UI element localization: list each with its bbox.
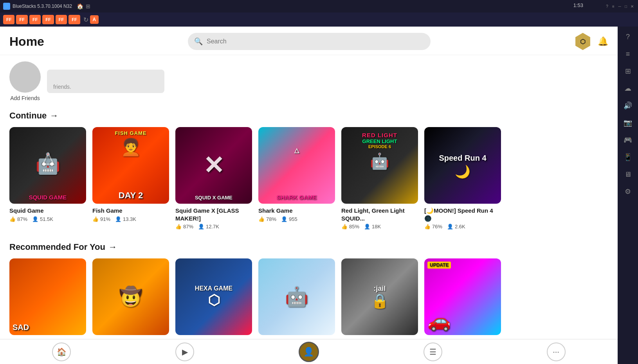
sidebar-camera[interactable]: 📷 [621,116,635,130]
game-thumb-squidx: ✕ SQUID X GAME [175,127,252,204]
home-tab-icon[interactable]: 🏠 [77,3,83,9]
hexagon-button[interactable]: ⬡ [574,33,591,50]
game-stats-fish: 👍 91% 👤 13.3K [92,216,169,222]
help-button[interactable]: ? [604,4,610,9]
game-thumb-car: UPDATE 🚗 [424,258,501,335]
bottom-nav: 🏠 ▶ 👤 ☰ ··· [0,339,618,364]
sidebar-settings[interactable]: ⚙ [621,185,635,199]
sidebar-gamepad[interactable]: 🎮 [621,133,635,147]
tab-ff-1[interactable]: FF [3,15,14,24]
game-thumb-adventure: 🤠 [92,258,169,335]
game-thumb-speedrun: Speed Run 4 🌙 [424,127,501,204]
tab-ff-6[interactable]: FF [68,15,80,24]
friends-input-text: friends. [53,84,71,90]
nav-home[interactable]: 🏠 [52,342,71,361]
game-title-squidx: Squid Game X [GLASS MAKER!] [175,207,252,222]
sidebar-cloud[interactable]: ☁ [621,81,635,95]
nav-more[interactable]: ··· [547,342,566,361]
tab-a[interactable]: A [90,15,99,24]
header-actions: ⬡ 🔔 [574,33,608,50]
game-thumb-jail: :jail 🔒 [341,258,418,335]
recommended-label: Recommended For You [9,242,105,252]
game-card-speedrun[interactable]: Speed Run 4 🌙 [🌙MOON!] Speed Run 4 🌑 👍 7… [424,127,501,230]
game-thumb-sky: 🤖 [258,258,335,335]
avatar [9,61,41,93]
game-card-jail[interactable]: :jail 🔒 [341,258,418,335]
stat-rating-squidx: 👍 87% [175,224,193,230]
nav-play[interactable]: ▶ [175,342,194,361]
maximize-button[interactable]: □ [623,4,629,9]
search-input[interactable] [207,38,424,45]
refresh-icon[interactable]: ↻ [83,16,88,23]
game-stats-squid: 👍 87% 👤 51.5K [9,216,86,222]
recommended-heading[interactable]: Recommended For You → [9,242,608,252]
game-title-fish: Fish Game [92,207,169,215]
page-title: Home [9,34,44,49]
game-stats-redlight: 👍 85% 👤 18K [341,224,418,230]
continue-arrow: → [50,111,58,121]
sidebar-multiinstance[interactable]: ⊞ [621,64,635,78]
search-bar[interactable]: 🔍 [188,33,431,50]
title-bar: B BlueStacks 5.3.70.1004 N32 🏠 ⊞ 1:53 ? … [0,0,638,13]
multi-instance-icon[interactable]: ⊞ [86,3,90,9]
game-stats-speedrun: 👍 76% 👤 2.6K [424,224,501,230]
game-title-squid: Squid Game [9,207,86,215]
stat-players-squid: 👤 51.5K [32,216,53,222]
close-button[interactable]: ✕ [629,4,635,9]
game-card-squidx[interactable]: ✕ SQUID X GAME Squid Game X [GLASS MAKER… [175,127,252,230]
game-title-shark: Shark Game [258,207,335,215]
game-thumb-fish: FISH GAME 🧑‍🦱 DAY 2 [92,127,169,204]
game-card-fish[interactable]: FISH GAME 🧑‍🦱 DAY 2 Fish Game 👍 91% 👤 13… [92,127,169,230]
game-card-sky[interactable]: 🤖 [258,258,335,335]
sidebar-sound[interactable]: 🔊 [621,99,635,113]
nav-list[interactable]: ☰ [424,342,442,361]
continue-label: Continue [9,111,47,121]
title-bar-left: B BlueStacks 5.3.70.1004 N32 🏠 ⊞ [3,3,90,10]
game-card-redlight[interactable]: RED LIGHT GREEN LIGHT EPISODE 6 🤖 Red Li… [341,127,418,230]
game-card-car[interactable]: UPDATE 🚗 [424,258,501,335]
game-thumb-redlight: RED LIGHT GREEN LIGHT EPISODE 6 🤖 [341,127,418,204]
game-thumb-hexa: HEXA GAME ⬡ [175,258,252,335]
menu-button[interactable]: ≡ [611,4,616,9]
right-sidebar: ? ≡ ⊞ ☁ 🔊 📷 🎮 📱 🖥 ⚙ [618,27,638,364]
tab-ff-4[interactable]: FF [42,15,54,24]
content-area: Home 🔍 ⬡ 🔔 Add Friends frien [0,27,618,364]
recommended-arrow: → [108,242,117,252]
stat-players-redlight: 👤 18K [364,224,381,230]
stat-rating-redlight: 👍 85% [341,224,359,230]
game-stats-squidx: 👍 87% 👤 12.7K [175,224,252,230]
minimize-button[interactable]: ─ [617,4,622,9]
sidebar-phone[interactable]: 📱 [621,150,635,164]
game-card-hexa[interactable]: HEXA GAME ⬡ [175,258,252,335]
window-controls: ? ≡ ─ □ ✕ [604,4,635,9]
game-card-sad[interactable]: SAD [9,258,86,335]
game-card-adventure[interactable]: 🤠 [92,258,169,335]
sidebar-help[interactable]: ? [621,30,635,44]
stat-players-speedrun: 👤 2.6K [447,224,465,230]
tab-bar: FF FF FF FF FF FF ↻ A [0,13,638,27]
sidebar-monitor[interactable]: 🖥 [621,167,635,181]
stat-rating-shark: 👍 78% [258,216,276,222]
game-card-shark[interactable]: △ SHARK GAME Shark Game 👍 78% 👤 955 [258,127,335,230]
game-thumb-squid: 🤖 SQUID GAME △ [9,127,86,204]
continue-heading[interactable]: Continue → [9,111,608,121]
main-layout: Home 🔍 ⬡ 🔔 Add Friends frien [0,27,638,364]
nav-profile[interactable]: 👤 [299,342,319,362]
tab-ff-2[interactable]: FF [16,15,27,24]
friends-input-area[interactable]: friends. [47,70,164,93]
game-thumb-shark: △ SHARK GAME [258,127,335,204]
tab-ff-5[interactable]: FF [56,15,67,24]
bluestacks-logo: B [3,3,10,10]
recommended-games-row: SAD 🤠 HEXA [9,258,608,335]
sidebar-menu[interactable]: ≡ [621,47,635,61]
stat-players-fish: 👤 13.3K [115,216,136,222]
recommended-section: Recommended For You → SAD [9,242,608,335]
continue-section: Continue → 🤖 SQUID GAME △ Squid G [9,111,608,230]
stat-rating-fish: 👍 91% [92,216,110,222]
notification-bell[interactable]: 🔔 [598,36,608,47]
scrollable-content: Add Friends friends. Continue → [0,55,618,339]
tab-ff-3[interactable]: FF [29,15,41,24]
stat-players-squidx: 👤 12.7K [198,224,219,230]
header: Home 🔍 ⬡ 🔔 [0,27,618,55]
game-card-squid[interactable]: 🤖 SQUID GAME △ Squid Game 👍 87% 👤 51.5K [9,127,86,230]
